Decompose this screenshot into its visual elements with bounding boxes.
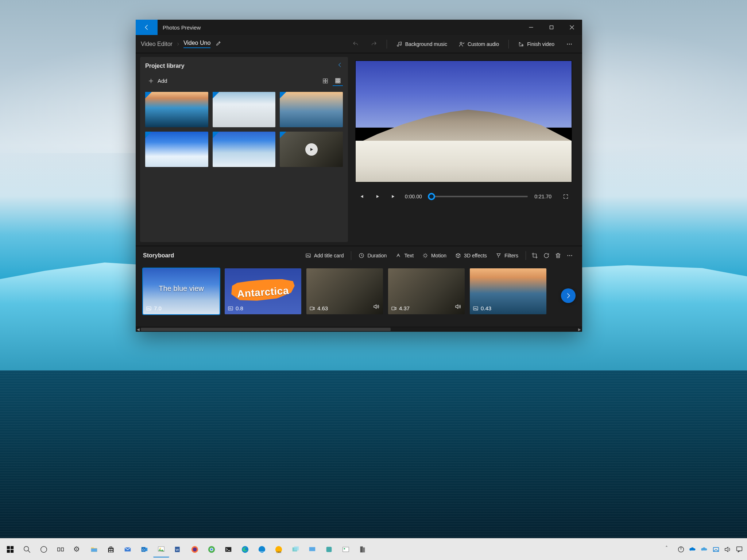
- breadcrumb-root[interactable]: Video Editor: [141, 41, 173, 47]
- breadcrumb-current[interactable]: Video Uno: [183, 40, 210, 48]
- seek-knob[interactable]: [428, 193, 435, 200]
- tray-power-icon[interactable]: [676, 541, 686, 557]
- storyboard-clip[interactable]: The blue view 7.0: [143, 268, 220, 314]
- taskbar-app-terminal[interactable]: [220, 541, 236, 557]
- prev-frame-button[interactable]: [357, 192, 366, 201]
- tray-overflow-button[interactable]: ˄: [664, 541, 675, 557]
- taskbar-app-generic-2[interactable]: [304, 541, 320, 557]
- taskbar-app-generic-1[interactable]: [287, 541, 303, 557]
- finish-video-button[interactable]: Finish video: [514, 38, 559, 50]
- taskbar-app-outlook[interactable]: O: [136, 541, 152, 557]
- taskbar-app-photos[interactable]: [153, 541, 169, 557]
- library-item[interactable]: [213, 132, 276, 167]
- audio-icon: [373, 303, 379, 311]
- svg-point-1: [460, 42, 462, 44]
- taskbar[interactable]: ⚙ O W: [0, 538, 747, 560]
- taskbar-app-explorer[interactable]: [86, 541, 102, 557]
- taskbar-app-chrome[interactable]: [204, 541, 220, 557]
- duration-button[interactable]: Duration: [355, 250, 390, 261]
- rotate-button[interactable]: [541, 250, 551, 261]
- storyboard-clip[interactable]: 4.63: [306, 268, 383, 314]
- delete-button[interactable]: [553, 250, 563, 261]
- taskbar-app-mail[interactable]: [120, 541, 136, 557]
- filters-button[interactable]: Filters: [492, 250, 522, 261]
- desktop: Photos Preview Video Editor Video Uno: [0, 0, 747, 560]
- start-button[interactable]: [2, 541, 18, 557]
- svg-point-3: [569, 43, 570, 44]
- tray-onedrive-icon[interactable]: [687, 541, 698, 557]
- custom-audio-button[interactable]: Custom audio: [454, 38, 503, 50]
- library-item[interactable]: [213, 92, 276, 127]
- separator: [387, 40, 387, 48]
- storyboard-more-button[interactable]: [565, 250, 575, 261]
- separator: [351, 251, 351, 260]
- grid-small-view-button[interactable]: [333, 76, 343, 86]
- library-item[interactable]: [280, 92, 343, 127]
- tray-volume-icon[interactable]: [722, 541, 733, 557]
- more-button[interactable]: [562, 38, 577, 50]
- taskbar-app-word[interactable]: W: [170, 541, 186, 557]
- preview-panel: 0:00.00 0:21.70: [348, 53, 582, 246]
- svg-rect-62: [309, 547, 316, 551]
- scrollbar-right-arrow[interactable]: ▶: [577, 327, 582, 332]
- redo-button[interactable]: [366, 38, 382, 50]
- collapse-library-button[interactable]: [337, 62, 343, 70]
- add-media-button[interactable]: Add: [145, 75, 170, 86]
- search-button[interactable]: [19, 541, 35, 557]
- add-title-card-button[interactable]: Add title card: [302, 250, 348, 261]
- maximize-button[interactable]: [541, 20, 562, 35]
- clip-duration: 4.63: [317, 305, 328, 311]
- seek-slider[interactable]: [429, 196, 528, 197]
- scroll-right-button[interactable]: [561, 288, 576, 303]
- clip-duration: 0.8: [236, 305, 243, 311]
- rename-button[interactable]: [216, 40, 221, 48]
- crop-button[interactable]: [530, 250, 540, 261]
- taskbar-app-edge-beta[interactable]: BETA: [254, 541, 270, 557]
- svg-rect-8: [326, 81, 328, 83]
- undo-button[interactable]: [348, 38, 363, 50]
- storyboard-clip[interactable]: 4.37: [388, 268, 465, 314]
- taskbar-app-firefox[interactable]: [187, 541, 203, 557]
- background-music-button[interactable]: Background music: [392, 38, 452, 50]
- video-icon: [309, 306, 315, 311]
- window-title: Photos Preview: [163, 24, 201, 31]
- back-button[interactable]: [136, 20, 158, 35]
- library-item[interactable]: [145, 132, 208, 167]
- video-preview[interactable]: [355, 61, 572, 182]
- tray-weather-icon[interactable]: [699, 541, 710, 557]
- cortana-button[interactable]: [36, 541, 52, 557]
- library-item[interactable]: [280, 132, 343, 167]
- minimize-button[interactable]: [521, 20, 541, 35]
- library-item[interactable]: [145, 92, 208, 127]
- close-button[interactable]: [562, 20, 582, 35]
- grid-large-view-button[interactable]: [320, 76, 330, 86]
- taskbar-app-edge[interactable]: [237, 541, 253, 557]
- motion-button[interactable]: Motion: [419, 250, 450, 261]
- text-button[interactable]: Text: [392, 250, 417, 261]
- 3d-effects-button[interactable]: 3D effects: [452, 250, 491, 261]
- storyboard-clip[interactable]: 0.43: [470, 268, 546, 314]
- taskbar-app-generic-5[interactable]: [355, 541, 371, 557]
- play-button[interactable]: [373, 192, 382, 201]
- title-card-icon: [228, 306, 233, 311]
- tray-sync-icon[interactable]: [711, 541, 721, 557]
- storyboard-scrollbar[interactable]: ◀ ▶: [136, 327, 582, 332]
- scrollbar-thumb[interactable]: [141, 328, 391, 331]
- svg-point-22: [571, 255, 572, 256]
- storyboard-clip[interactable]: Antarctica 0.8: [225, 268, 301, 314]
- storyboard-title: Storyboard: [143, 252, 174, 259]
- tray-action-center-icon[interactable]: [734, 541, 745, 557]
- next-frame-button[interactable]: [389, 192, 398, 201]
- taskbar-app-settings[interactable]: ⚙: [69, 541, 85, 557]
- used-indicator-icon: [145, 92, 152, 98]
- fullscreen-button[interactable]: [561, 192, 570, 201]
- scrollbar-left-arrow[interactable]: ◀: [136, 327, 141, 332]
- taskbar-app-generic-4[interactable]: [338, 541, 354, 557]
- titlebar[interactable]: Photos Preview: [136, 20, 582, 35]
- taskbar-app-edge-canary[interactable]: CAN: [271, 541, 287, 557]
- svg-text:O: O: [142, 548, 145, 551]
- task-view-button[interactable]: [53, 541, 69, 557]
- storyboard-strip[interactable]: The blue view 7.0 Antarctica 0.8 4.63: [136, 265, 582, 327]
- taskbar-app-generic-3[interactable]: [321, 541, 337, 557]
- taskbar-app-store[interactable]: [103, 541, 119, 557]
